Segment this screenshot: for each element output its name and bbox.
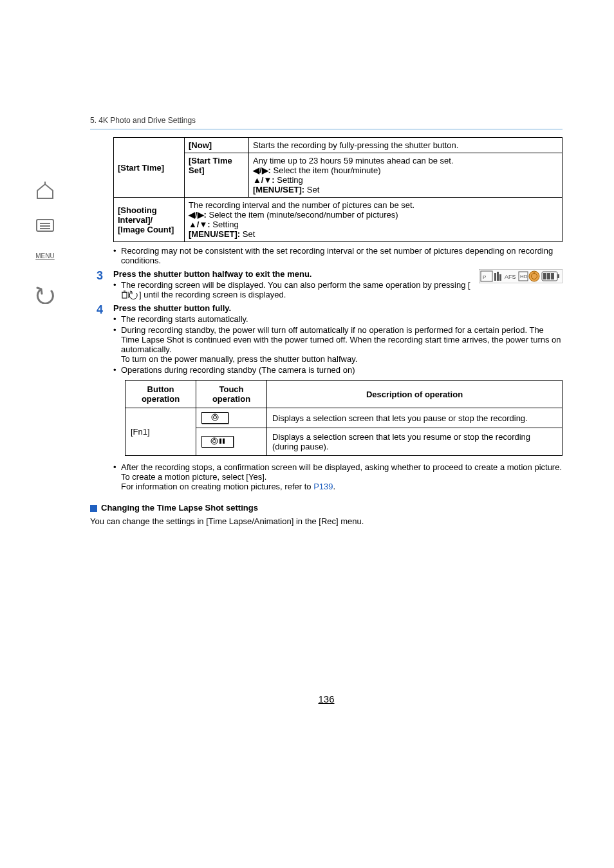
svg-point-29	[213, 440, 216, 443]
svg-rect-32	[223, 439, 225, 444]
interval-line4: Set	[243, 229, 256, 239]
svg-point-15	[534, 272, 535, 274]
operations-table: Button operation Touch operation Descrip…	[125, 380, 563, 456]
settings-table: [Start Time] [Now] Starts the recording …	[113, 137, 563, 242]
table-row: [Fn1] Displays a selection screen that l…	[126, 408, 563, 428]
chapter-header: 5. 4K Photo and Drive Settings	[90, 0, 563, 129]
square-bullet-icon	[90, 505, 97, 512]
step-3: 3 P AFS HD Press the shutter button half…	[90, 269, 563, 299]
step-4-title: Press the shutter button fully.	[113, 303, 563, 313]
interval-label: [Shooting Interval]/ [Image Count]	[114, 198, 185, 242]
now-desc: Starts the recording by fully-pressing t…	[249, 138, 563, 153]
stset-line3: Setting	[277, 175, 302, 185]
svg-rect-21	[122, 292, 127, 298]
svg-rect-8	[497, 272, 499, 281]
menu-set-label: [MENU/SET]:	[253, 185, 304, 194]
sidebar: MENU	[0, 0, 90, 868]
svg-rect-19	[551, 273, 554, 279]
svg-rect-17	[543, 273, 546, 279]
recording-note: Recording may not be consistent with the…	[113, 246, 563, 265]
touch-pause-icon	[196, 408, 267, 428]
page-number: 136	[90, 693, 563, 704]
ops-h2: Touch operation	[196, 381, 267, 408]
menu-set-label: [MENU/SET]:	[189, 229, 240, 239]
menu-label: MENU	[35, 252, 54, 259]
table-row: [Shooting Interval]/ [Image Count] The r…	[114, 198, 563, 242]
changing-heading: Changing the Time Lapse Shot settings	[90, 503, 563, 513]
svg-text:HD: HD	[520, 274, 528, 279]
step-4-b1: The recording starts automatically.	[113, 314, 563, 324]
step-4: 4 Press the shutter button fully. The re…	[90, 303, 563, 491]
up-down-arrow-icon: ▲/▼:	[189, 220, 212, 229]
ops-h1: Button operation	[126, 381, 196, 408]
ops-btn: [Fn1]	[126, 408, 196, 456]
start-time-set-desc: Any time up to 23 hours 59 minutes ahead…	[249, 153, 563, 198]
up-down-arrow-icon: ▲/▼:	[253, 175, 277, 185]
touch-resume-icon	[196, 428, 267, 456]
svg-point-27	[214, 415, 216, 416]
trash-return-icon	[121, 290, 139, 299]
step-number: 3	[90, 269, 113, 299]
back-icon[interactable]	[32, 285, 58, 305]
after-note: After the recording stops, a confirmatio…	[113, 462, 563, 491]
svg-text:P: P	[483, 274, 486, 280]
table-row: [Start Time] [Now] Starts the recording …	[114, 138, 563, 153]
now-label: [Now]	[185, 138, 249, 153]
stset-line1: Any time up to 23 hours 59 minutes ahead…	[253, 156, 558, 165]
interval-line3: Setting	[212, 220, 238, 229]
ops-desc1: Displays a selection screen that lets yo…	[267, 408, 563, 428]
toc-icon[interactable]	[32, 215, 58, 236]
svg-text:AFS: AFS	[505, 274, 516, 280]
step-4-b3: Operations during recording standby (The…	[113, 365, 563, 375]
svg-rect-20	[557, 274, 559, 278]
stset-line4: Set	[307, 185, 320, 194]
step-number: 4	[90, 303, 113, 491]
ops-h3: Description of operation	[267, 381, 563, 408]
home-icon[interactable]	[32, 180, 58, 201]
interval-line1: The recording interval and the number of…	[189, 200, 558, 210]
svg-point-30	[214, 439, 215, 440]
interval-desc: The recording interval and the number of…	[185, 198, 563, 242]
stset-line2: Select the item (hour/minute)	[274, 165, 381, 175]
step-4-b2: During recording standby, the power will…	[113, 325, 563, 364]
page-link[interactable]: P139	[313, 482, 333, 491]
ops-desc2: Displays a selection screen that lets yo…	[267, 428, 563, 456]
svg-point-26	[214, 416, 217, 419]
step-3-sub: The recording screen will be displayed. …	[113, 280, 563, 299]
content: 5. 4K Photo and Drive Settings [Start Ti…	[90, 0, 614, 868]
start-time-label: [Start Time]	[114, 138, 185, 198]
start-time-set-label: [Start Time Set]	[185, 153, 249, 198]
menu-icon[interactable]: MENU	[32, 250, 58, 270]
interval-line2: Select the item (minute/second/number of…	[209, 210, 398, 220]
left-right-arrow-icon: ◀/▶:	[189, 210, 209, 220]
left-right-arrow-icon: ◀/▶:	[253, 165, 274, 175]
changing-body: You can change the settings in [Time Lap…	[90, 516, 563, 526]
table-row: Button operation Touch operation Descrip…	[126, 381, 563, 408]
svg-rect-31	[219, 439, 221, 444]
svg-rect-18	[547, 273, 550, 279]
